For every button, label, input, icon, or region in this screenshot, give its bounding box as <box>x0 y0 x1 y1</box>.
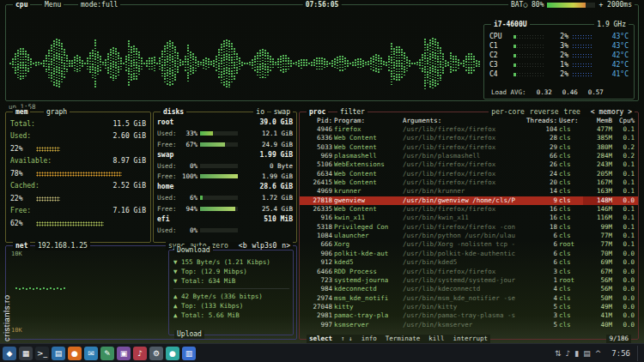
process-row[interactable]: 984kdeconnectd/usr/lib/kdeconnectd4cls56… <box>300 285 638 293</box>
mem-stat-label: Cached: <box>10 180 39 192</box>
cpu-graph-bar <box>406 57 408 71</box>
network-tray-icon[interactable]: ⇅ <box>555 349 562 358</box>
proc-column-header[interactable]: Pid: <box>303 117 332 125</box>
taskbar-clock[interactable]: 7:56 <box>611 349 630 358</box>
volume-tray-icon[interactable]: ♪ <box>566 349 571 358</box>
proc-column-header[interactable]: Program: <box>334 117 401 125</box>
process-row[interactable]: 6634Web Content/usr/lib/firefox/firefox2… <box>300 170 638 178</box>
disk-size: 28.6 GiB <box>259 182 293 193</box>
cpu-graph-bar <box>33 63 34 65</box>
proc-column-header[interactable]: Cpu% <box>614 117 635 125</box>
interrupt-button[interactable]: interrupt <box>453 335 488 343</box>
cpu-graph-bar <box>64 49 65 79</box>
office-icon[interactable]: ▥ <box>182 347 196 360</box>
process-row[interactable]: 969plasmashell/usr/bin/plasmashell66cls2… <box>300 152 638 160</box>
cpu-graph-bar <box>311 62 313 66</box>
cpu-graph-bar <box>370 57 372 69</box>
proc-per-core-toggle[interactable]: per-core <box>491 108 525 116</box>
mem-graph-toggle[interactable]: graph <box>44 108 70 117</box>
cpu-graph-bar <box>84 63 86 65</box>
net-zero-button[interactable]: zero <box>212 242 228 250</box>
show-desktop-button[interactable] <box>637 346 641 361</box>
process-row[interactable]: 5318Privileged Con/usr/lib/firefox/firef… <box>300 223 638 232</box>
clipboard-tray-icon[interactable]: ▤ <box>583 349 591 358</box>
chat-icon[interactable]: ● <box>166 347 179 360</box>
mem-stat-label: Total: <box>10 118 35 130</box>
tray-expand-icon[interactable]: ^ <box>595 349 602 358</box>
process-row[interactable]: 5106WebExtensions/usr/lib/firefox/firefo… <box>300 160 638 169</box>
core-usage-value: 2% <box>548 51 568 59</box>
mail-icon[interactable]: ✉ <box>84 347 98 360</box>
process-row[interactable]: 27048kitty/usr/bin/kitty5cls49M0.0 <box>300 303 638 311</box>
cpu-stats-box: i7-4600U 1.9 GHz CPU2%43°CC13%43°CC22%42… <box>483 24 635 100</box>
cpu-graph-bar <box>228 40 230 87</box>
disks-io-toggle[interactable]: io <box>253 108 267 117</box>
proc-column-header[interactable]: MemB <box>583 117 612 125</box>
mem-stat-line: Used:2.60 GiB <box>10 130 146 142</box>
process-row[interactable]: 6466RDD Process/usr/lib/firefox/firefox3… <box>300 268 638 276</box>
proc-column-header[interactable]: Arguments: <box>403 117 525 125</box>
process-row[interactable]: 4946firefox/usr/lib/firefox/firefox104cl… <box>300 125 638 134</box>
cpu-graph-bar <box>409 60 410 68</box>
proc-table-body: 4946firefox/usr/lib/firefox/firefox104cl… <box>300 125 638 329</box>
process-row[interactable]: 4969krunner/usr/bin/krunner14cls163M0.1 <box>300 187 638 196</box>
process-row[interactable]: 723systemd-journa/usr/lib/systemd/system… <box>300 276 638 285</box>
cpu-graph-bar <box>391 43 392 85</box>
process-row[interactable]: 26335Web Content/usr/lib/firefox/firefox… <box>300 205 638 214</box>
cpu-graph-bar <box>331 60 333 68</box>
terminate-button[interactable]: Terminate <box>386 335 421 343</box>
cpu-graph-bar <box>458 59 459 69</box>
mem-stat-value: 2.52 GiB <box>112 180 146 192</box>
cpu-graph-bar <box>326 61 328 67</box>
cpu-graph-bar <box>203 59 204 69</box>
pager-icon[interactable]: ▦ <box>19 347 33 360</box>
process-row[interactable]: 26415Web Content/usr/lib/firefox/firefox… <box>300 178 638 187</box>
proc-sort-selector[interactable]: < memory > <box>591 108 632 117</box>
core-usage-meter <box>513 34 544 39</box>
proc-reverse-toggle[interactable]: reverse <box>530 108 559 116</box>
menu-button[interactable]: Menu <box>42 1 64 9</box>
mem-stat-meter: 62% <box>10 217 146 230</box>
files-icon[interactable]: ▤ <box>52 347 65 360</box>
cpu-graph-bar <box>445 60 447 67</box>
cpu-graph-bar <box>368 61 369 66</box>
process-row[interactable]: 906polkit-kde-aut/usr/lib/polkit-kde-aut… <box>300 250 638 258</box>
disks-swap-toggle[interactable]: swap <box>271 108 293 117</box>
process-row[interactable]: 2981pamac-tray-pla/usr/bin/pamac-tray-pl… <box>300 311 638 320</box>
proc-options: per-corereversetree < memory > <box>489 108 635 117</box>
process-row[interactable]: 997ksmserver/usr/bin/ksmserver5cls40M0.0 <box>300 321 638 329</box>
process-row[interactable]: 912kded5/usr/bin/kded56cls69M0.0 <box>300 258 638 267</box>
process-row[interactable]: 666Xorg/usr/lib/Xorg -nolisten tcp -6roo… <box>300 240 638 249</box>
music-icon[interactable]: ♪ <box>133 347 147 360</box>
proc-filter-button[interactable]: filter <box>337 108 368 117</box>
app-launcher-icon[interactable]: ◆ <box>3 347 16 360</box>
refresh-interval-button[interactable]: + 2000ms <box>598 1 632 9</box>
mem-stat-value: 2.60 GiB <box>112 130 146 142</box>
process-row[interactable]: 5033Web Content/usr/lib/firefox/firefox2… <box>300 143 638 152</box>
cpu-graph-bar <box>167 42 168 86</box>
editor-icon[interactable]: ✎ <box>100 347 114 360</box>
process-row[interactable]: 1084ulauncher/usr/bin/python /usr/bin/ul… <box>300 232 638 240</box>
process-row[interactable]: 6336Web Content/usr/lib/firefox/firefox2… <box>300 134 638 142</box>
process-row[interactable]: 27818gwenview/usr/bin/gwenview /home/cls… <box>300 196 638 205</box>
settings-icon[interactable]: ⚙ <box>149 347 163 360</box>
mode-toggle[interactable]: mode:full <box>78 1 120 9</box>
firefox-icon[interactable]: ● <box>68 347 82 360</box>
terminal-icon[interactable]: >_ <box>35 347 49 360</box>
proc-tree-toggle[interactable]: tree <box>564 108 580 116</box>
kill-button[interactable]: kill <box>428 335 444 343</box>
cpu-graph-bar <box>200 62 202 65</box>
info-button[interactable]: info <box>361 335 377 343</box>
process-row[interactable]: 2974msm_kde_notifi/usr/bin/msm_kde_notif… <box>300 294 638 303</box>
cpu-core-row: CPU2%43°C <box>489 32 629 41</box>
cpu-graph-bar <box>277 58 279 69</box>
battery-tray-icon[interactable]: ▮ <box>574 349 579 358</box>
cpu-graph-bar <box>161 51 163 76</box>
proc-column-header[interactable]: Threads: <box>526 117 557 125</box>
process-row[interactable]: 916kwin_x11/usr/bin/kwin_x1116cls116M0.1 <box>300 214 638 222</box>
cpu-graph-bar <box>455 56 457 71</box>
proc-column-header[interactable]: User: <box>559 117 581 125</box>
select-button[interactable]: select <box>309 335 332 343</box>
scroll-arrows[interactable]: ↑ ↓ <box>341 335 353 343</box>
image-viewer-icon[interactable]: ▣ <box>117 347 131 360</box>
